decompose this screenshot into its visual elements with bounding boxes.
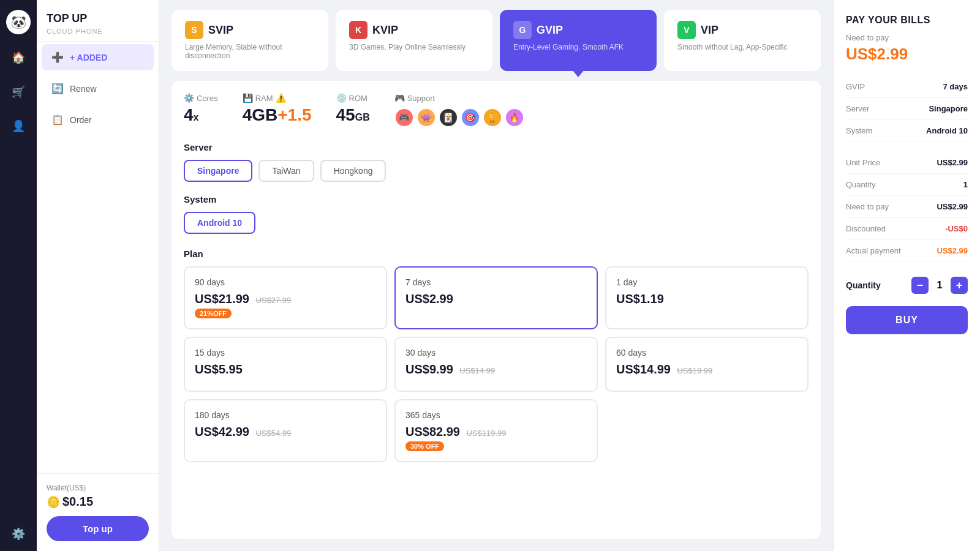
bill-gvip-label: GVIP bbox=[846, 82, 865, 91]
rom-label: ROM bbox=[349, 94, 368, 103]
quantity-decrement-button[interactable]: − bbox=[911, 277, 929, 294]
kvip-name: KVIP bbox=[372, 24, 398, 37]
ram-icon: 💾 bbox=[243, 93, 253, 103]
spec-rom: 💿 ROM 45GB bbox=[336, 93, 370, 125]
plan-365days-label: 365 days bbox=[405, 410, 587, 420]
server-section-label: Server bbox=[184, 142, 809, 152]
quantity-increment-button[interactable]: + bbox=[951, 277, 968, 294]
plan-7days[interactable]: 7 days US$2.99 bbox=[394, 266, 598, 329]
plan-30days-original: US$14.99 bbox=[459, 366, 495, 375]
sidebar-icon-cart[interactable]: 🛒 bbox=[7, 81, 29, 103]
bill-server-value: Singapore bbox=[929, 104, 968, 113]
vip-header: V VIP bbox=[677, 21, 807, 39]
vip-name: VIP bbox=[701, 24, 718, 37]
qty-display-value: 1 bbox=[963, 180, 968, 189]
vip-tabs: S SVIP Large Memory, Stable without disc… bbox=[159, 0, 833, 81]
ram-label: RAM bbox=[255, 94, 273, 103]
vip-desc: Smooth without Lag, App-Specific bbox=[677, 43, 807, 51]
need-to-pay-row-label: Need to pay bbox=[846, 202, 889, 211]
plan-15days-price: US$5.95 bbox=[195, 362, 243, 376]
system-section-label: System bbox=[184, 194, 809, 204]
page-title: TOP UP bbox=[47, 12, 149, 25]
kvip-header: K KVIP bbox=[349, 21, 479, 39]
avatar-5: 🏆 bbox=[483, 108, 502, 127]
sidebar-icon-home[interactable]: 🏠 bbox=[7, 47, 29, 69]
bill-row-actualpayment: Actual payment US$2.99 bbox=[846, 240, 968, 262]
system-btn-android10[interactable]: Android 10 bbox=[184, 212, 255, 234]
plan-60days[interactable]: 60 days US$14.99 US$19.99 bbox=[605, 337, 809, 392]
plan-1day[interactable]: 1 day US$1.19 bbox=[605, 266, 809, 329]
specs-row: ⚙️ Cores 4x 💾 RAM ⚠️ 4GB+1.5 bbox=[184, 93, 809, 127]
plan-180days[interactable]: 180 days US$42.99 US$54.99 bbox=[184, 399, 387, 462]
actual-payment-label: Actual payment bbox=[846, 246, 901, 255]
cores-value: 4x bbox=[184, 105, 218, 125]
kvip-badge-icon: K bbox=[349, 21, 368, 39]
svip-header: S SVIP bbox=[185, 21, 315, 39]
bill-row-system: System Android 10 bbox=[846, 120, 968, 142]
nav-item-renew[interactable]: 🔄 Renew bbox=[42, 75, 154, 102]
tab-kvip[interactable]: K KVIP 3D Games, Play Online Seamlessly bbox=[336, 10, 492, 71]
vip-badge-icon: V bbox=[677, 21, 696, 39]
plan-60days-label: 60 days bbox=[616, 348, 797, 358]
bill-row-quantity-display: Quantity 1 bbox=[846, 174, 968, 196]
plan-180days-label: 180 days bbox=[195, 410, 376, 420]
server-btn-taiwan[interactable]: TaiWan bbox=[258, 160, 314, 182]
gvip-arrow bbox=[572, 70, 584, 77]
tab-gvip[interactable]: G GVIP Entry-Level Gaming, Smooth AFK bbox=[500, 10, 657, 71]
tab-vip[interactable]: V VIP Smooth without Lag, App-Specific bbox=[664, 10, 821, 71]
app-logo: 🐼 bbox=[6, 10, 31, 34]
sidebar-icon-settings[interactable]: ⚙️ bbox=[7, 519, 29, 541]
unit-price-value: US$2.99 bbox=[937, 158, 968, 167]
tab-svip[interactable]: S SVIP Large Memory, Stable without disc… bbox=[172, 10, 328, 71]
sidebar: 🐼 🏠 🛒 👤 ⚙️ bbox=[0, 0, 37, 551]
gvip-badge-icon: G bbox=[513, 21, 532, 39]
avatar-3: 🃏 bbox=[439, 108, 458, 127]
rom-value: 45GB bbox=[336, 105, 370, 125]
plan-15days-label: 15 days bbox=[195, 348, 376, 358]
cores-icon: ⚙️ bbox=[184, 93, 194, 103]
plan-365days-discount: 30% OFF bbox=[405, 441, 444, 451]
plan-15days[interactable]: 15 days US$5.95 bbox=[184, 337, 387, 392]
renew-icon: 🔄 bbox=[51, 83, 64, 94]
quantity-label: Quantity bbox=[846, 280, 881, 290]
plan-90days-discount: 21%OFF bbox=[195, 309, 232, 318]
need-to-pay-label: Need to pay bbox=[846, 33, 968, 42]
server-btn-singapore[interactable]: Singapore bbox=[184, 160, 252, 182]
added-icon: ➕ bbox=[51, 51, 64, 63]
plan-60days-original: US$19.99 bbox=[677, 366, 712, 375]
avatar-1: 🎮 bbox=[394, 108, 414, 127]
quantity-controls: − 1 + bbox=[911, 277, 968, 294]
left-panel-header: TOP UP CLOUD PHONE bbox=[37, 0, 159, 42]
qty-display-label: Quantity bbox=[846, 180, 875, 189]
gvip-name: GVIP bbox=[537, 24, 563, 37]
plan-365days-original: US$119.99 bbox=[466, 429, 506, 438]
bill-system-value: Android 10 bbox=[926, 126, 968, 135]
sidebar-icon-user[interactable]: 👤 bbox=[7, 115, 29, 137]
nav-item-added[interactable]: ➕ + ADDED bbox=[42, 44, 154, 70]
plan-365days-price: US$82.99 bbox=[405, 425, 460, 438]
server-buttons: Singapore TaiWan Hongkong bbox=[184, 160, 809, 182]
wallet-coin-icon: 🪙 bbox=[47, 495, 60, 509]
plan-7days-price: US$2.99 bbox=[405, 292, 453, 305]
gvip-header: G GVIP bbox=[513, 21, 643, 39]
unit-price-label: Unit Price bbox=[846, 158, 880, 167]
wallet-balance: 🪙 $0.15 bbox=[47, 495, 149, 509]
plan-60days-price: US$14.99 bbox=[616, 362, 671, 376]
plan-90days-original: US$27.99 bbox=[255, 296, 291, 305]
nav-item-order[interactable]: 📋 Order bbox=[42, 107, 154, 133]
ram-warning-icon: ⚠️ bbox=[276, 93, 286, 103]
plan-365days[interactable]: 365 days US$82.99 US$119.99 30% OFF bbox=[394, 399, 598, 462]
page-subtitle: CLOUD PHONE bbox=[47, 28, 149, 35]
buy-button[interactable]: BUY bbox=[846, 306, 968, 334]
spec-ram: 💾 RAM ⚠️ 4GB+1.5 bbox=[243, 93, 312, 125]
bill-row-unitprice: Unit Price US$2.99 bbox=[846, 152, 968, 174]
svip-badge-icon: S bbox=[185, 21, 203, 39]
topup-button[interactable]: Top up bbox=[47, 516, 149, 541]
plan-30days[interactable]: 30 days US$9.99 US$14.99 bbox=[394, 337, 598, 392]
support-avatars: 🎮 👾 🃏 🎯 🏆 🔥 bbox=[394, 108, 524, 127]
bill-row-gvip: GVIP 7 days bbox=[846, 76, 968, 98]
server-btn-hongkong[interactable]: Hongkong bbox=[320, 160, 386, 182]
plan-90days[interactable]: 90 days US$21.99 US$27.99 21%OFF bbox=[184, 266, 387, 329]
left-panel: TOP UP CLOUD PHONE ➕ + ADDED 🔄 Renew 📋 O… bbox=[37, 0, 159, 551]
nav-label-order: Order bbox=[70, 115, 92, 125]
